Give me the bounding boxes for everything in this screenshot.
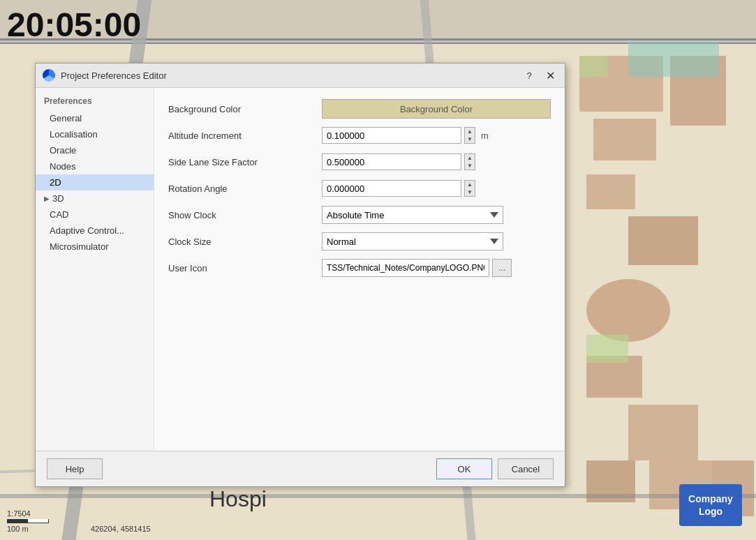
altitude-row: Altitude Increment ▲ ▼ m (168, 126, 551, 145)
side-lane-up-arrow[interactable]: ▲ (465, 154, 475, 162)
sidebar-3d-label: 3D (52, 193, 64, 204)
sidebar-item-localisation[interactable]: Localisation (36, 126, 154, 142)
rotation-label: Rotation Angle (168, 183, 322, 194)
ok-button[interactable]: OK (436, 458, 492, 479)
dialog-titlebar: Project Preferences Editor ? ✕ (36, 63, 565, 88)
rotation-spinbox: ▲ ▼ (322, 180, 551, 197)
altitude-spinbox: ▲ ▼ m (322, 127, 551, 144)
dialog-title: Project Preferences Editor (61, 70, 516, 81)
preferences-main-content: Background Color Background Color Altitu… (154, 88, 565, 451)
titlebar-help-button[interactable]: ? (521, 68, 537, 83)
cancel-button[interactable]: Cancel (498, 458, 554, 479)
user-icon-row: User Icon ... (168, 258, 551, 278)
dialog-overlay: Project Preferences Editor ? ✕ Preferenc… (0, 0, 756, 540)
side-lane-down-arrow[interactable]: ▼ (465, 162, 475, 170)
background-color-control: Background Color (322, 99, 551, 119)
altitude-arrows: ▲ ▼ (464, 127, 475, 144)
altitude-up-arrow[interactable]: ▲ (465, 128, 475, 135)
clock-size-control: Normal Small Large (322, 232, 551, 250)
user-icon-wrap: ... (322, 259, 551, 277)
clock-size-label: Clock Size (168, 237, 322, 247)
show-clock-select[interactable]: Absolute Time Simulation Time None (322, 206, 503, 224)
footer-left: Help (47, 458, 436, 479)
show-clock-control: Absolute Time Simulation Time None (322, 206, 551, 224)
help-button[interactable]: Help (47, 458, 103, 479)
arrow-icon: ▶ (44, 195, 50, 202)
side-lane-arrows: ▲ ▼ (464, 153, 475, 170)
preferences-dialog: Project Preferences Editor ? ✕ Preferenc… (35, 63, 565, 487)
browse-button[interactable]: ... (492, 259, 512, 277)
altitude-input[interactable] (322, 127, 461, 144)
altitude-down-arrow[interactable]: ▼ (465, 135, 475, 143)
clock-size-row: Clock Size Normal Small Large (168, 232, 551, 251)
sidebar-item-cad[interactable]: CAD (36, 207, 154, 223)
clock-size-dropdown-wrap: Normal Small Large (322, 232, 551, 250)
sidebar-item-oracle[interactable]: Oracle (36, 142, 154, 158)
show-clock-dropdown-wrap: Absolute Time Simulation Time None (322, 206, 551, 224)
user-icon-label: User Icon (168, 263, 322, 273)
user-icon-control: ... (322, 259, 551, 277)
rotation-row: Rotation Angle ▲ ▼ (168, 179, 551, 198)
show-clock-row: Show Clock Absolute Time Simulation Time… (168, 205, 551, 225)
side-lane-row: Side Lane Size Factor ▲ ▼ (168, 152, 551, 172)
rotation-control: ▲ ▼ (322, 180, 551, 197)
rotation-up-arrow[interactable]: ▲ (465, 181, 475, 188)
background-color-label: Background Color (168, 104, 322, 114)
sidebar-header: Preferences (36, 93, 154, 110)
preferences-sidebar: Preferences General Localisation Oracle … (36, 88, 154, 451)
background-color-button[interactable]: Background Color (322, 99, 551, 119)
side-lane-spinbox: ▲ ▼ (322, 153, 551, 170)
sidebar-item-nodes[interactable]: Nodes (36, 158, 154, 174)
altitude-label: Altitude Increment (168, 130, 322, 141)
side-lane-input[interactable] (322, 153, 461, 170)
user-icon-input[interactable] (322, 259, 489, 277)
dialog-body: Preferences General Localisation Oracle … (36, 88, 565, 451)
sidebar-item-3d[interactable]: ▶ 3D (36, 190, 154, 207)
side-lane-control: ▲ ▼ (322, 153, 551, 170)
altitude-control: ▲ ▼ m (322, 127, 551, 144)
side-lane-label: Side Lane Size Factor (168, 157, 322, 167)
sidebar-item-adaptive[interactable]: Adaptive Control... (36, 223, 154, 239)
titlebar-close-button[interactable]: ✕ (542, 68, 558, 83)
sidebar-item-general[interactable]: General (36, 110, 154, 126)
show-clock-label: Show Clock (168, 210, 322, 220)
dialog-footer: Help OK Cancel (36, 451, 565, 486)
rotation-down-arrow[interactable]: ▼ (465, 188, 475, 196)
sidebar-item-2d[interactable]: 2D (36, 174, 154, 190)
clock-size-select[interactable]: Normal Small Large (322, 232, 503, 250)
footer-right: OK Cancel (436, 458, 554, 479)
rotation-input[interactable] (322, 180, 461, 197)
sidebar-item-microsimulator[interactable]: Microsimulator (36, 239, 154, 255)
background-color-row: Background Color Background Color (168, 99, 551, 119)
altitude-unit: m (481, 130, 489, 141)
rotation-arrows: ▲ ▼ (464, 180, 475, 197)
dialog-icon (43, 69, 55, 82)
